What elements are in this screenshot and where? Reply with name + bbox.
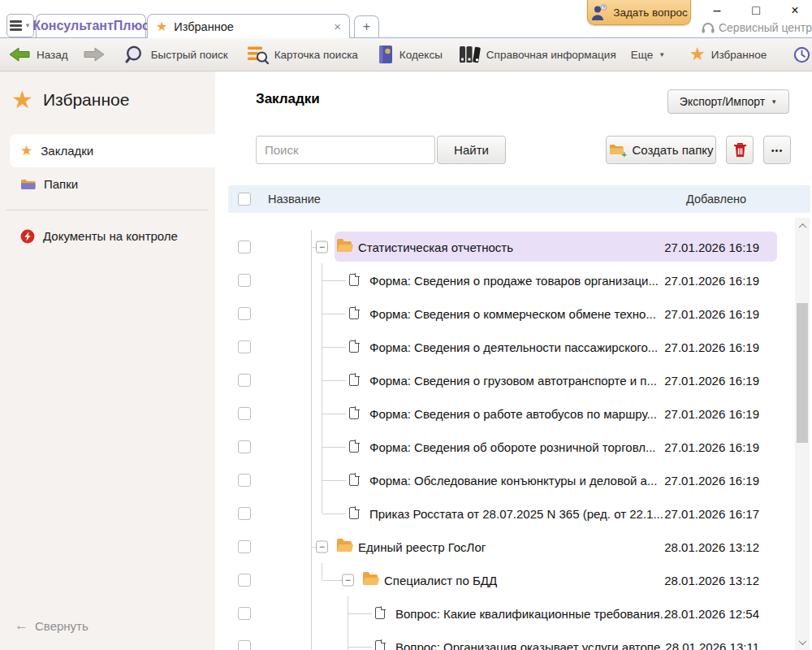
row-title[interactable]: Статистическая отчетность [358, 240, 513, 254]
bookmarks-list: −Статистическая отчетность27.01.2026 16:… [215, 214, 812, 650]
reference-info-button[interactable]: Справочная информация [459, 45, 616, 64]
row-checkbox[interactable] [238, 640, 251, 650]
sidebar-items: ★ Закладки Папки Документы на контроле [0, 134, 215, 253]
row-checkbox[interactable] [238, 507, 251, 520]
quick-search-button[interactable]: Быстрый поиск [125, 45, 228, 64]
row-title[interactable]: Форма: Сведения о коммерческом обмене те… [369, 306, 656, 320]
codes-button[interactable]: Кодексы [378, 45, 443, 64]
star-icon: ★ [689, 46, 706, 63]
scroll-up-arrow[interactable] [795, 218, 810, 234]
delete-button[interactable] [726, 136, 754, 164]
document-icon [375, 607, 385, 619]
main-menu-button[interactable]: ▼ [6, 14, 34, 37]
row-checkbox[interactable] [238, 374, 251, 387]
document-icon [349, 440, 359, 453]
tree-collapse-button[interactable]: − [316, 240, 328, 253]
row-date: 27.01.2026 16:19 [664, 273, 759, 287]
scroll-down-arrow[interactable] [795, 634, 810, 650]
search-card-button[interactable]: Карточка поиска [248, 45, 358, 64]
journal-button[interactable]: Журнал [793, 46, 812, 64]
document-icon [349, 374, 359, 386]
consultantplus-window: ▼ КонсультантПлюс ★ Избранное × + ? Зада… [0, 0, 812, 650]
svg-text:?: ? [603, 5, 605, 10]
table-row[interactable]: Форма: Сведения о продаже товаров органи… [215, 263, 812, 297]
back-button[interactable]: Назад [8, 46, 68, 63]
row-checkbox[interactable] [238, 274, 251, 287]
ask-question-button[interactable]: ? Задать вопрос [587, 0, 691, 25]
search-card-icon [248, 45, 269, 64]
table-row[interactable]: Приказ Росстата от 28.07.2025 N 365 (ред… [215, 496, 812, 530]
tree-guide-line [311, 263, 312, 297]
table-row[interactable]: Форма: Сведения о работе автобусов по ма… [215, 396, 812, 430]
scrollbar-thumb[interactable] [797, 303, 808, 443]
close-tab-icon[interactable]: × [334, 20, 341, 33]
row-checkbox[interactable] [238, 474, 251, 487]
find-button[interactable]: Найти [437, 136, 506, 164]
table-row[interactable]: −Статистическая отчетность27.01.2026 16:… [215, 230, 812, 263]
table-row[interactable]: Форма: Сведения о грузовом автотранспорт… [215, 363, 812, 396]
row-date: 27.01.2026 16:19 [664, 473, 759, 487]
row-title[interactable]: Форма: Сведения об обороте розничной тор… [369, 440, 656, 453]
row-title[interactable]: Форма: Сведения о работе автобусов по ма… [369, 406, 657, 420]
sidebar-item-documents-on-control[interactable]: Документы на контроле [0, 219, 215, 253]
tab-favorites[interactable]: ★ Избранное × [147, 14, 350, 38]
tree-collapse-button[interactable]: − [316, 540, 328, 552]
collapse-sidebar-button[interactable]: ← Свернуть [15, 618, 89, 634]
service-center-link[interactable]: Сервисный центр [702, 21, 812, 34]
table-row[interactable]: Вопрос: Организация оказывает услуги авт… [215, 630, 812, 650]
row-checkbox[interactable] [238, 607, 251, 620]
row-title[interactable]: Единый реестр ГосЛог [358, 540, 486, 553]
table-row[interactable]: Вопрос: Какие квалификационные требовани… [215, 596, 812, 630]
codes-label: Кодексы [400, 49, 443, 61]
search-input[interactable] [256, 136, 435, 164]
favorites-button[interactable]: ★ Избранное [689, 46, 767, 63]
row-title[interactable]: Приказ Росстата от 28.07.2025 N 365 (ред… [369, 506, 663, 520]
forward-button[interactable] [83, 46, 106, 63]
tree-guide-line [311, 630, 312, 650]
maximize-button[interactable]: □ [745, 2, 767, 20]
folder-icon [337, 541, 352, 552]
create-folder-button[interactable]: + Создать папку [606, 136, 716, 164]
table-row[interactable]: Форма: Обследование конъюнктуры и делово… [215, 463, 812, 496]
table-row[interactable]: −Специалист по БДД28.01.2026 13:12 [215, 563, 812, 596]
row-title[interactable]: Специалист по БДД [384, 573, 497, 587]
row-checkbox[interactable] [238, 574, 251, 587]
trash-icon [733, 142, 747, 158]
more-button[interactable]: Еще ▼ [631, 49, 665, 61]
sidebar-item-bookmarks[interactable]: ★ Закладки [10, 134, 215, 167]
tree-connector-line [322, 580, 342, 581]
export-import-button[interactable]: Экспорт/Импорт ▼ [667, 89, 789, 114]
table-row[interactable]: Форма: Сведения о коммерческом обмене те… [215, 297, 812, 330]
table-header: Название Добавлено [228, 185, 810, 213]
table-row[interactable]: Форма: Сведения о деятельности пассажирс… [215, 330, 812, 363]
row-title[interactable]: Вопрос: Какие квалификационные требовани… [395, 606, 670, 620]
row-title[interactable]: Форма: Сведения о продаже товаров органи… [369, 273, 659, 287]
tree-collapse-button[interactable]: − [342, 574, 354, 586]
row-date: 27.01.2026 16:19 [664, 306, 759, 320]
row-checkbox[interactable] [238, 307, 251, 320]
row-date: 27.01.2026 16:17 [664, 506, 759, 520]
row-title[interactable]: Форма: Сведения о деятельности пассажирс… [369, 340, 658, 353]
row-checkbox[interactable] [238, 407, 251, 420]
minimize-button[interactable]: – [706, 2, 728, 20]
row-title[interactable]: Форма: Обследование конъюнктуры и делово… [369, 473, 657, 487]
table-row[interactable]: −Единый реестр ГосЛог28.01.2026 13:12 [215, 530, 812, 563]
row-checkbox[interactable] [238, 340, 251, 353]
more-actions-button[interactable]: ••• [763, 136, 791, 164]
table-row[interactable]: Форма: Сведения об обороте розничной тор… [215, 430, 812, 463]
document-icon [375, 640, 385, 650]
row-title[interactable]: Вопрос: Организация оказывает услуги авт… [395, 639, 671, 650]
sidebar-item-folders[interactable]: Папки [0, 167, 215, 201]
row-checkbox[interactable] [238, 540, 251, 553]
chevron-down-icon: ▼ [771, 98, 777, 106]
row-checkbox[interactable] [238, 240, 251, 254]
tree-guide-line [311, 596, 312, 630]
close-window-button[interactable]: × [784, 2, 806, 20]
select-all-checkbox[interactable] [238, 193, 251, 206]
row-title[interactable]: Форма: Сведения о грузовом автотранспорт… [369, 373, 657, 387]
new-tab-button[interactable]: + [354, 15, 379, 37]
row-checkbox[interactable] [238, 440, 251, 453]
brand-tab[interactable]: КонсультантПлюс [36, 14, 146, 37]
sidebar-item-label: Папки [44, 177, 78, 191]
row-date: 28.01.2026 12:54 [664, 606, 759, 620]
